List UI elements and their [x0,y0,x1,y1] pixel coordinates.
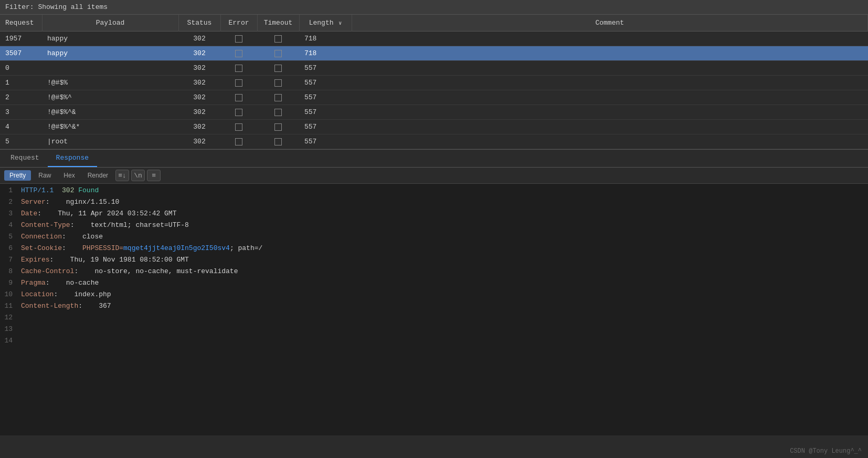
table-row[interactable]: 4 !@#$%^&* 302 557 [0,120,868,134]
cell-payload: !@#$%^ [42,90,178,105]
line-content: Set-Cookie: PHPSESSID=mqget4jjt4eaj0In5g… [17,244,868,255]
cell-comment [352,76,868,90]
line-number: 2 [0,198,17,209]
cell-comment [352,46,868,61]
table-row[interactable]: 1 !@#$% 302 557 [0,76,868,90]
code-line: 7Expires: Thu, 19 Nov 1981 08:52:00 GMT [0,255,868,267]
panel-tabs: Request Response [0,150,868,168]
code-line: 12 [0,313,868,325]
table-body: 1957 happy 302 718 3507 happy 302 718 0 … [0,32,868,149]
code-area[interactable]: 1HTTP/1.1 302 Found2Server: nginx/1.15.1… [0,184,868,435]
newline-icon[interactable]: \n [131,170,145,181]
line-number: 4 [0,221,17,232]
cell-payload: !@#$%^& [42,105,178,120]
line-content [17,314,868,324]
watermark: CSDN @Tony Leung^_^ [790,447,862,455]
cell-status: 302 [178,61,220,76]
col-header-comment[interactable]: Comment [352,15,868,32]
cell-request: 1 [0,76,42,90]
tab-response[interactable]: Response [48,150,97,167]
line-content: Content-Length: 367 [17,302,868,313]
cell-status: 302 [178,46,220,61]
cell-request: 5 [0,134,42,149]
cell-error [220,46,257,61]
filter-icon[interactable]: ≡↓ [115,170,129,181]
code-line: 11Content-Length: 367 [0,301,868,313]
error-checkbox[interactable] [235,123,242,131]
line-number: 6 [0,244,17,255]
code-line: 4Content-Type: text/html; charset=UTF-8 [0,221,868,232]
line-content: Date: Thu, 11 Apr 2024 03:52:42 GMT [17,210,868,220]
col-header-length[interactable]: Length ∨ [299,15,352,32]
bottom-panel: Request Response Pretty Raw Hex Render ≡… [0,150,868,435]
line-content: Connection: close [17,233,868,243]
line-number: 5 [0,233,17,243]
error-checkbox[interactable] [235,94,242,101]
table-row[interactable]: 2 !@#$%^ 302 557 [0,90,868,105]
cell-error [220,32,257,46]
line-content [17,337,868,347]
table-row[interactable]: 5 |root 302 557 [0,134,868,149]
col-header-timeout[interactable]: Timeout [257,15,299,32]
filter-bar: Filter: Showing all items [0,0,868,15]
cell-comment [352,32,868,46]
cell-payload: !@#$% [42,76,178,90]
cell-length: 557 [299,105,352,120]
fmt-render-button[interactable]: Render [82,170,113,181]
fmt-pretty-button[interactable]: Pretty [4,170,31,181]
table-row[interactable]: 3507 happy 302 718 [0,46,868,61]
error-checkbox[interactable] [235,79,242,87]
cell-timeout [257,134,299,149]
code-line: 5Connection: close [0,232,868,244]
cell-timeout [257,46,299,61]
menu-icon[interactable]: ≡ [147,170,161,181]
tab-request[interactable]: Request [2,150,48,167]
line-content: HTTP/1.1 302 Found [17,186,868,197]
fmt-hex-button[interactable]: Hex [58,170,80,181]
timeout-checkbox[interactable] [274,94,282,101]
cell-length: 557 [299,61,352,76]
error-checkbox[interactable] [235,109,242,116]
cell-length: 718 [299,46,352,61]
error-checkbox[interactable] [235,50,242,57]
timeout-checkbox[interactable] [274,79,282,87]
cell-status: 302 [178,90,220,105]
col-header-payload[interactable]: Payload [42,15,178,32]
error-checkbox[interactable] [235,65,242,72]
line-number: 13 [0,325,17,336]
error-checkbox[interactable] [235,138,242,145]
cell-timeout [257,32,299,46]
fmt-raw-button[interactable]: Raw [33,170,56,181]
code-line: 2Server: nginx/1.15.10 [0,197,868,209]
line-content: Expires: Thu, 19 Nov 1981 08:52:00 GMT [17,256,868,266]
cell-comment [352,61,868,76]
code-line: 9Pragma: no-cache [0,278,868,290]
cell-timeout [257,61,299,76]
line-number: 1 [0,186,17,197]
cell-timeout [257,90,299,105]
code-line: 10Location: index.php [0,290,868,301]
table-row[interactable]: 1957 happy 302 718 [0,32,868,46]
timeout-checkbox[interactable] [274,65,282,72]
cell-payload: happy [42,32,178,46]
cell-request: 3 [0,105,42,120]
cell-request: 0 [0,61,42,76]
line-number: 3 [0,210,17,220]
timeout-checkbox[interactable] [274,138,282,145]
col-header-error[interactable]: Error [220,15,257,32]
col-header-request[interactable]: Request [0,15,42,32]
timeout-checkbox[interactable] [274,123,282,131]
timeout-checkbox[interactable] [274,35,282,43]
timeout-checkbox[interactable] [274,109,282,116]
cell-request: 4 [0,120,42,134]
timeout-checkbox[interactable] [274,50,282,57]
table-row[interactable]: 0 302 557 [0,61,868,76]
col-header-status[interactable]: Status [178,15,220,32]
cell-status: 302 [178,134,220,149]
table-row[interactable]: 3 !@#$%^& 302 557 [0,105,868,120]
cell-error [220,76,257,90]
error-checkbox[interactable] [235,35,242,43]
table-header-row: Request Payload Status Error Timeout Len… [0,15,868,32]
code-line: 3Date: Thu, 11 Apr 2024 03:52:42 GMT [0,209,868,221]
line-number: 8 [0,267,17,278]
